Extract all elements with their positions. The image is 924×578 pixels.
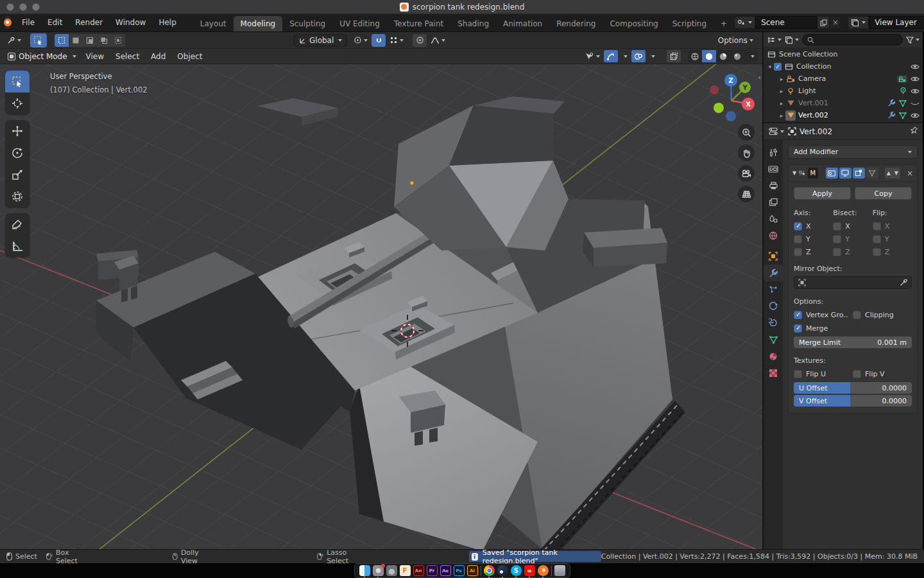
scene-name-field[interactable]: Scene	[755, 16, 817, 29]
scene-icon[interactable]	[734, 16, 755, 29]
transform-orientation-dropdown[interactable]: Global	[294, 34, 347, 47]
dock-animate[interactable]: An	[413, 565, 424, 576]
close-window-button[interactable]	[6, 3, 14, 11]
tool-select-box[interactable]	[5, 71, 30, 92]
gizmo-dropdown[interactable]	[620, 50, 629, 62]
dock-launchpad[interactable]	[386, 565, 397, 576]
outliner-row-scene-collection[interactable]: Scene Collection	[764, 48, 923, 60]
tab-output[interactable]	[764, 177, 783, 194]
outliner-display-mode-button[interactable]	[785, 36, 799, 44]
flip-u-checkbox[interactable]	[794, 370, 802, 378]
overlays-dropdown[interactable]	[647, 50, 657, 62]
tab-uv-editing[interactable]: UV Editing	[332, 16, 387, 31]
tab-shading[interactable]: Shading	[450, 16, 496, 31]
dock-fontlab[interactable]: F	[400, 565, 411, 576]
dock-trash[interactable]	[554, 565, 565, 576]
tab-render[interactable]	[764, 161, 783, 177]
snap-toggle-magnet[interactable]	[372, 34, 386, 47]
scene-unlink-button[interactable]: ×	[830, 16, 841, 29]
clipping-checkbox[interactable]	[853, 311, 861, 319]
tab-compositing[interactable]: Compositing	[603, 16, 665, 31]
navigation-gizmo[interactable]: Z Y X	[696, 72, 762, 131]
apply-button[interactable]: Apply	[794, 187, 851, 200]
show-overlays-toggle[interactable]	[631, 50, 646, 62]
tool-cursor[interactable]	[5, 92, 30, 114]
shading-dropdown[interactable]	[744, 50, 758, 62]
light-data-icon[interactable]	[899, 87, 907, 95]
zoom-button[interactable]	[738, 124, 755, 141]
select-mode-subtract[interactable]	[83, 34, 97, 47]
collection-checkbox[interactable]: ✓	[774, 63, 782, 71]
menu-window[interactable]: Window	[109, 18, 152, 31]
menu-render[interactable]: Render	[69, 18, 109, 31]
dock-after-effects[interactable]: Ae	[440, 565, 451, 576]
tool-scale[interactable]	[5, 164, 30, 186]
xray-toggle[interactable]	[667, 50, 681, 62]
tab-scene[interactable]	[764, 211, 783, 227]
shading-rendered-button[interactable]	[730, 50, 744, 62]
dock-steam[interactable]	[497, 565, 508, 576]
minimize-window-button[interactable]	[19, 3, 27, 11]
outliner-filter-button[interactable]	[906, 37, 920, 44]
outliner-editor-type-button[interactable]	[767, 36, 782, 44]
tab-physics[interactable]	[764, 298, 783, 315]
select-mode-invert[interactable]	[97, 34, 111, 47]
tab-layout[interactable]: Layout	[193, 16, 234, 31]
copy-button[interactable]: Copy	[855, 187, 912, 200]
dock-blender[interactable]	[538, 565, 549, 576]
viewport-menu-object[interactable]: Object	[171, 52, 208, 61]
select-mode-extend[interactable]	[69, 34, 83, 47]
outliner-row-vert-001[interactable]: ▸ Vert.001	[764, 97, 923, 109]
viewport-menu-add[interactable]: Add	[145, 52, 171, 61]
eye-icon[interactable]	[910, 86, 920, 96]
pin-icon[interactable]	[910, 127, 918, 137]
shading-solid-button[interactable]	[702, 50, 716, 62]
modifier-editmode-toggle[interactable]	[853, 168, 865, 179]
flip-y-checkbox[interactable]	[873, 235, 881, 243]
merge-checkbox[interactable]	[794, 324, 802, 333]
add-workspace-button[interactable]: +	[714, 16, 734, 31]
active-tool-select-box[interactable]	[30, 33, 47, 48]
tab-world[interactable]	[764, 227, 783, 244]
tab-constraints[interactable]	[764, 315, 783, 331]
menu-edit[interactable]: Edit	[41, 18, 69, 31]
camera-view-button[interactable]	[738, 165, 755, 182]
tab-sculpting[interactable]: Sculpting	[282, 16, 332, 31]
bisect-x-checkbox[interactable]	[833, 222, 841, 231]
select-mode-set[interactable]	[55, 34, 69, 47]
viewport-menu-select[interactable]: Select	[110, 52, 145, 61]
snap-settings-dropdown[interactable]	[387, 34, 406, 47]
modifier-cage-toggle[interactable]	[866, 168, 878, 179]
flip-z-checkbox[interactable]	[873, 248, 881, 256]
tab-view-layer[interactable]	[764, 194, 783, 211]
scene-copy-button[interactable]	[817, 16, 830, 29]
outliner-row-light[interactable]: ▸ Light	[764, 85, 923, 97]
tab-tool[interactable]	[764, 144, 783, 161]
vertex-groups-checkbox[interactable]	[794, 311, 802, 319]
dock-photoshop[interactable]: Ps	[454, 565, 465, 576]
blender-logo-icon[interactable]	[4, 16, 12, 29]
eyedropper-icon[interactable]	[900, 279, 907, 286]
editor-type-button[interactable]	[4, 34, 24, 47]
options-dropdown[interactable]: Options	[713, 36, 758, 45]
view-layer-name-field[interactable]: View Layer	[869, 16, 924, 29]
menu-file[interactable]: File	[15, 18, 41, 31]
tab-modifiers[interactable]	[764, 265, 783, 281]
tab-rendering[interactable]: Rendering	[549, 16, 603, 31]
modifier-name-field[interactable]: M	[808, 168, 818, 179]
pivot-point-dropdown[interactable]	[351, 34, 370, 47]
dock-illustrator[interactable]: Ai	[467, 565, 478, 576]
dock-chrome[interactable]	[484, 565, 495, 576]
flip-v-checkbox[interactable]	[853, 370, 861, 378]
move-modifier-up-button[interactable]: ▲	[885, 168, 893, 179]
eye-closed-icon[interactable]	[910, 98, 920, 109]
dock-premiere[interactable]: Pr	[427, 565, 438, 576]
tab-modeling[interactable]: Modeling	[234, 16, 283, 31]
modifier-wrench-icon[interactable]	[887, 111, 896, 119]
tab-texture-paint[interactable]: Texture Paint	[387, 16, 450, 31]
zoom-window-button[interactable]	[32, 3, 40, 11]
outliner-search-input[interactable]	[802, 34, 903, 46]
shading-wireframe-button[interactable]	[688, 50, 702, 62]
tab-texture[interactable]	[764, 365, 783, 381]
tool-move[interactable]	[5, 120, 30, 142]
